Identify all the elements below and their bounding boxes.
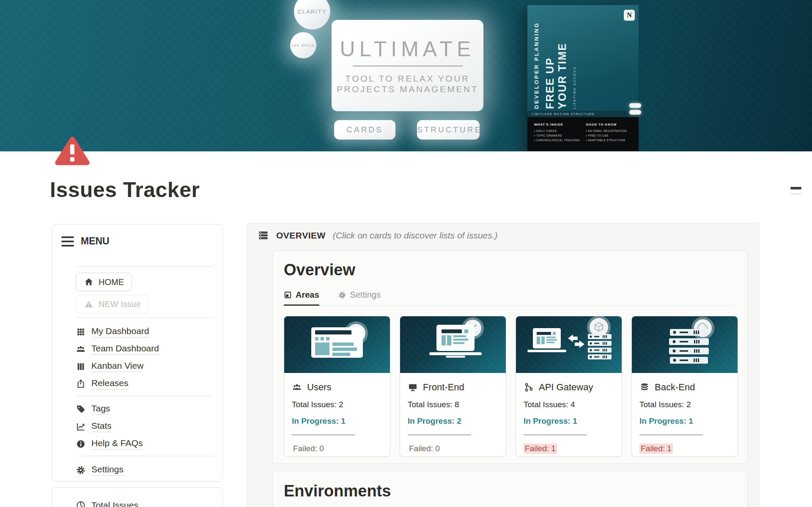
clarity-bubble: CLARITY <box>294 0 330 30</box>
tab-settings[interactable]: Settings <box>338 290 381 305</box>
back-end-cover-image <box>632 316 738 373</box>
area-card-back-end[interactable]: Back-End Total Issues: 2 In Progress: 1 … <box>631 316 738 457</box>
api-gateway-cover-image <box>516 316 622 373</box>
total-issues-stat: Total Issues: 4 <box>524 400 614 409</box>
kanban-icon <box>76 362 86 372</box>
failed-stat: Failed: 0 <box>292 444 325 454</box>
overview-tabs: Areas Settings <box>284 290 736 306</box>
total-issues-card: Total Issues <box>52 487 223 507</box>
area-card-api-gateway[interactable]: API Gateway Total Issues: 4 In Progress:… <box>516 316 622 457</box>
pie-chart-icon <box>76 500 86 507</box>
page-title: Issues Tracker <box>50 178 200 202</box>
area-card-users[interactable]: Users Total Issues: 2 In Progress: 1 Fai… <box>284 316 390 457</box>
laptop-illustration <box>400 316 506 373</box>
menu-card: MENU HOME NEW Issue My Dashboard Team Da… <box>52 224 223 482</box>
cards-button[interactable]: CARDS <box>334 120 395 140</box>
sidebar-item-stats[interactable]: Stats <box>76 418 213 435</box>
people-icon <box>76 344 86 354</box>
divider <box>76 318 213 318</box>
in-progress-stat: In Progress: 1 <box>639 417 730 426</box>
box-bottom-panel: WHAT'S INSIDE DAILY CARDS TOPIC DRAWERS … <box>527 117 639 151</box>
gateway-illustration <box>516 316 622 373</box>
collapse-icon[interactable] <box>790 185 803 196</box>
api-nodes-icon <box>524 382 534 392</box>
stat-divider <box>292 435 355 435</box>
warning-page-icon[interactable] <box>54 135 91 166</box>
divider <box>76 396 213 396</box>
box-side-subtitle: LIFETIME ACCESS <box>573 66 576 109</box>
servers-illustration <box>632 316 738 373</box>
rows-icon <box>258 230 269 241</box>
areas-icon <box>284 291 292 299</box>
sidebar-item-kanban-view[interactable]: Kanban View <box>76 358 213 375</box>
sidebar-item-tags[interactable]: Tags <box>76 400 213 418</box>
total-issues-stat: Total Issues: 2 <box>292 400 382 409</box>
hero-title: ULTIMATE <box>340 37 475 61</box>
grid-icon <box>76 327 86 337</box>
in-progress-stat: In Progress: 2 <box>408 417 498 426</box>
box-strip-label: LIMITLESS NOTION STRUCTURE <box>527 111 639 117</box>
product-box: N DEVELOPER PLANNING FREE UP YOUR TIME L… <box>527 5 639 151</box>
house-icon <box>84 277 94 287</box>
browser-illustration <box>284 316 390 373</box>
structure-button[interactable]: STRUCTURE <box>417 120 480 140</box>
divider <box>76 266 213 267</box>
monitor-icon <box>408 382 418 392</box>
hamburger-icon[interactable] <box>61 236 74 247</box>
failed-stat: Failed: 0 <box>408 444 441 454</box>
stat-divider <box>639 435 703 435</box>
area-card-front-end[interactable]: Front-End Total Issues: 8 In Progress: 2… <box>400 316 506 457</box>
overview-heading: Overview <box>284 261 736 279</box>
bubble-label: CLARITY <box>298 8 327 15</box>
overview-callout: OVERVIEW (Click on cards to discover lis… <box>258 230 759 241</box>
total-issues-stat: Total Issues: 2 <box>639 400 730 409</box>
people-icon <box>292 382 302 392</box>
box-side-title: FREE UP YOUR TIME <box>544 43 568 109</box>
area-cards-grid: Users Total Issues: 2 In Progress: 1 Fai… <box>284 316 736 457</box>
in-progress-stat: In Progress: 1 <box>292 417 382 426</box>
overview-card: Overview Areas Settings <box>272 250 748 464</box>
callout-note: (Click on cards to discover lists of iss… <box>333 230 498 241</box>
bubble-label: 2ND BRAIN <box>291 44 315 47</box>
box-pill <box>629 110 641 115</box>
cover-banner: CLARITY 2ND BRAIN ULTIMATE TOOL TO RELAX… <box>0 0 812 151</box>
second-brain-bubble: 2ND BRAIN <box>290 32 316 58</box>
environments-heading: Environments <box>284 482 736 500</box>
box-side-label: DEVELOPER PLANNING <box>533 22 540 109</box>
menu-title: MENU <box>81 236 110 247</box>
hero-card: ULTIMATE TOOL TO RELAX YOUR PROJECTS MAN… <box>332 20 483 111</box>
callout-title: OVERVIEW <box>276 230 326 241</box>
divider <box>76 456 213 456</box>
failed-stat: Failed: 1 <box>524 444 557 454</box>
sidebar-item-team-dashboard[interactable]: Team Dashboard <box>76 340 213 358</box>
new-issue-button[interactable]: NEW Issue <box>76 295 149 313</box>
tag-icon <box>76 404 86 414</box>
sidebar-item-help-faqs[interactable]: Help & FAQs <box>76 435 213 452</box>
box-column-know: GOOD TO KNOW NO EMAIL REGISTRATION FREE … <box>586 122 627 151</box>
environments-card: Environments <box>272 471 748 507</box>
sidebar-item-settings[interactable]: Settings <box>76 461 213 479</box>
overview-panel: OVERVIEW (Click on cards to discover lis… <box>247 223 760 507</box>
box-column-inside: WHAT'S INSIDE DAILY CARDS TOPIC DRAWERS … <box>534 122 580 151</box>
stat-divider <box>524 435 587 435</box>
stat-divider <box>408 435 471 435</box>
home-button[interactable]: HOME <box>76 273 132 291</box>
database-icon <box>639 382 650 392</box>
box-pill <box>629 103 641 108</box>
stats-icon <box>76 422 86 432</box>
share-icon <box>76 379 86 389</box>
gear-icon <box>76 465 86 475</box>
sidebar-item-releases[interactable]: Releases <box>76 375 213 392</box>
warning-icon <box>84 299 94 309</box>
notion-logo: N <box>624 10 635 21</box>
in-progress-stat: In Progress: 1 <box>524 417 614 426</box>
total-issues-label: Total Issues <box>91 500 138 507</box>
failed-stat: Failed: 1 <box>639 444 673 454</box>
tab-areas[interactable]: Areas <box>284 290 319 305</box>
sidebar-item-my-dashboard[interactable]: My Dashboard <box>76 323 213 340</box>
users-cover-image <box>284 316 390 373</box>
info-icon <box>76 439 86 449</box>
total-issues-stat: Total Issues: 8 <box>408 400 498 409</box>
gear-icon <box>338 291 346 299</box>
front-end-cover-image <box>400 316 506 373</box>
